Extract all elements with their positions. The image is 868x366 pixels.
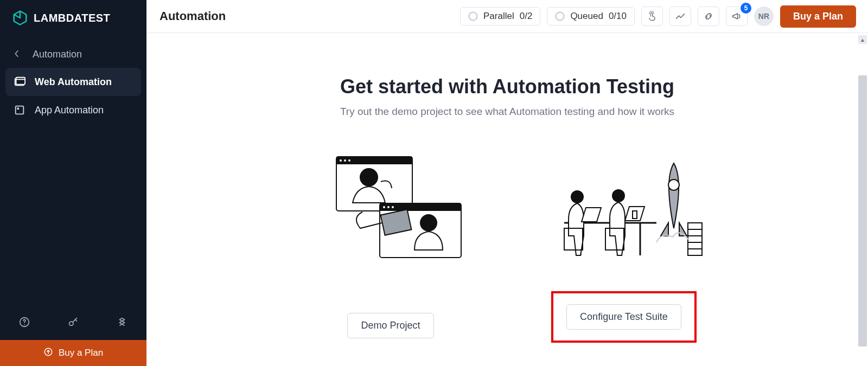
svg-rect-4 bbox=[17, 107, 19, 110]
chevron-left-icon bbox=[11, 49, 23, 60]
demo-illustration bbox=[315, 147, 467, 261]
queued-label: Queued bbox=[570, 11, 603, 22]
parallel-value: 0/2 bbox=[520, 11, 533, 22]
content: Get started with Automation Testing Try … bbox=[146, 33, 868, 366]
demo-project-button[interactable]: Demo Project bbox=[347, 313, 433, 338]
svg-point-6 bbox=[24, 324, 25, 325]
parallel-pill[interactable]: Parallel 0/2 bbox=[460, 7, 540, 25]
svg-point-17 bbox=[383, 206, 385, 208]
scroll-up-icon[interactable]: ▲ bbox=[858, 35, 867, 44]
upgrade-icon bbox=[43, 347, 53, 359]
sidebar-back[interactable]: Automation bbox=[5, 41, 141, 68]
svg-point-27 bbox=[612, 189, 625, 202]
sidebar-back-label: Automation bbox=[33, 49, 82, 60]
sidebar-item-label: App Automation bbox=[35, 105, 104, 116]
notification-badge: 5 bbox=[741, 3, 751, 14]
hero-subheading: Try out the demo project to see what Aut… bbox=[146, 106, 868, 118]
svg-rect-10 bbox=[336, 157, 412, 164]
sidebar-buy-label: Buy a Plan bbox=[59, 348, 103, 358]
main-column: Automation Parallel 0/2 Queued 0/10 5 NR… bbox=[146, 0, 868, 366]
avatar[interactable]: NR bbox=[754, 7, 774, 26]
svg-point-14 bbox=[360, 168, 378, 187]
brand-name: LAMBDATEST bbox=[34, 12, 110, 24]
scroll-thumb[interactable] bbox=[858, 75, 867, 346]
sidebar-nav: Automation Web Automation App Automation bbox=[0, 36, 146, 304]
svg-point-30 bbox=[668, 179, 679, 190]
link-icon[interactable] bbox=[698, 7, 719, 26]
svg-rect-31 bbox=[688, 223, 702, 255]
svg-point-11 bbox=[340, 159, 342, 162]
brand[interactable]: LAMBDATEST bbox=[0, 0, 146, 36]
parallel-ring-icon bbox=[468, 11, 478, 21]
card-configure-suite: Configure Test Suite bbox=[526, 147, 722, 343]
sidebar-item-web-automation[interactable]: Web Automation bbox=[5, 68, 141, 96]
queued-ring-icon bbox=[555, 11, 565, 21]
key-icon[interactable] bbox=[62, 311, 84, 333]
hero-heading: Get started with Automation Testing bbox=[146, 75, 868, 98]
svg-point-12 bbox=[344, 159, 346, 162]
browser-icon bbox=[13, 75, 26, 88]
parallel-label: Parallel bbox=[483, 11, 514, 22]
brand-logo-icon bbox=[12, 10, 28, 26]
help-icon[interactable] bbox=[14, 311, 35, 333]
svg-point-25 bbox=[571, 190, 584, 203]
card-demo-project: Demo Project bbox=[293, 147, 488, 343]
queued-pill[interactable]: Queued 0/10 bbox=[547, 7, 635, 25]
page-title: Automation bbox=[159, 9, 226, 23]
app-icon bbox=[13, 104, 26, 117]
sidebar-buy-plan[interactable]: Buy a Plan bbox=[0, 340, 146, 366]
hero: Get started with Automation Testing Try … bbox=[146, 33, 868, 118]
cards-row: Demo Project bbox=[146, 147, 868, 343]
sidebar: LAMBDATEST Automation Web Automation App… bbox=[0, 0, 146, 366]
sidebar-footer bbox=[0, 304, 146, 340]
buy-plan-button[interactable]: Buy a Plan bbox=[780, 5, 856, 28]
scrollbar[interactable]: ▲ bbox=[858, 35, 867, 364]
configure-illustration bbox=[548, 147, 700, 261]
svg-point-18 bbox=[387, 206, 390, 208]
scroll-track[interactable] bbox=[858, 44, 867, 364]
integrations-icon[interactable] bbox=[111, 311, 133, 333]
finger-tap-icon[interactable] bbox=[641, 7, 663, 26]
queued-value: 0/10 bbox=[609, 11, 627, 22]
configure-test-suite-button[interactable]: Configure Test Suite bbox=[566, 304, 681, 330]
analytics-icon[interactable] bbox=[669, 7, 691, 26]
highlight-box: Configure Test Suite bbox=[551, 291, 697, 343]
svg-point-20 bbox=[420, 214, 437, 232]
svg-point-19 bbox=[392, 206, 394, 208]
sidebar-item-app-automation[interactable]: App Automation bbox=[5, 96, 141, 124]
svg-rect-3 bbox=[16, 106, 24, 114]
topbar: Automation Parallel 0/2 Queued 0/10 5 NR… bbox=[146, 0, 868, 33]
svg-rect-1 bbox=[16, 78, 25, 85]
svg-rect-29 bbox=[633, 211, 637, 219]
announcement-icon[interactable]: 5 bbox=[726, 7, 748, 26]
svg-point-13 bbox=[348, 159, 350, 162]
sidebar-item-label: Web Automation bbox=[35, 76, 112, 88]
